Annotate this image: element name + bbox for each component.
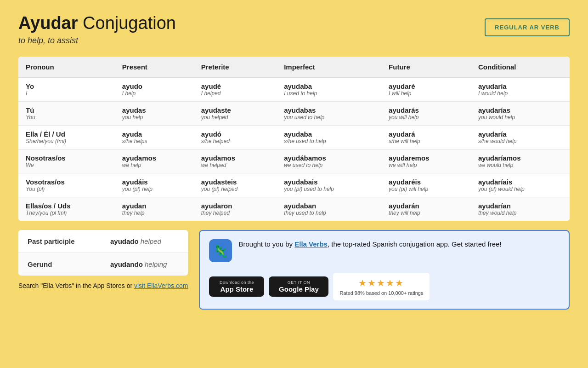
verb-translation: we help bbox=[122, 162, 187, 168]
participle-table: Past participle ayudado helped Gerund ay… bbox=[18, 230, 188, 276]
pronoun-main: Ellas/os / Uds bbox=[26, 202, 107, 210]
table-row: Ella / Él / UdShe/he/you (fml)ayudas/he … bbox=[18, 125, 570, 149]
verb-translation: I used to help bbox=[284, 90, 374, 97]
pronoun-main: Vosotras/os bbox=[26, 178, 107, 186]
past-participle-value: ayudado helped bbox=[101, 230, 188, 253]
verb-cell: ayudasteyou helped bbox=[194, 101, 277, 125]
pronoun-main: Ella / Él / Ud bbox=[26, 130, 107, 138]
gerund-row: Gerund ayudando helping bbox=[18, 253, 188, 276]
verb-form: ayudábamos bbox=[284, 154, 374, 162]
verb-cell: ayudaríamoswe would help bbox=[471, 149, 570, 173]
svg-text:🦎: 🦎 bbox=[213, 244, 228, 259]
verb-translation: you used to help bbox=[284, 114, 374, 121]
page-title: Ayudar Conjugation bbox=[18, 14, 176, 33]
verb-form: ayudarían bbox=[478, 202, 562, 210]
verb-form: ayudas bbox=[122, 106, 187, 114]
verb-translation: you helped bbox=[201, 114, 269, 121]
verb-form: ayudan bbox=[122, 202, 187, 210]
verb-translation: we will help bbox=[389, 162, 464, 168]
verb-translation: we would help bbox=[478, 162, 562, 168]
verb-cell: ayudoI help bbox=[115, 77, 194, 101]
verb-cell: ayudaríaI would help bbox=[471, 77, 570, 101]
verb-translation: s/he would help bbox=[478, 138, 562, 144]
verb-form: ayudarás bbox=[389, 106, 464, 114]
verb-cell: ayudaríasyou would help bbox=[471, 101, 570, 125]
title-block: Ayudar Conjugation to help, to assist bbox=[18, 14, 176, 46]
google-play-button[interactable]: GET IT ON Google Play bbox=[269, 276, 328, 297]
verb-cell: ayudabaisyou (pl) used to help bbox=[277, 173, 381, 197]
verb-cell: ayudéI helped bbox=[194, 77, 277, 101]
col-imperfect: Imperfect bbox=[277, 57, 381, 78]
pronoun-main: Nosotras/os bbox=[26, 154, 107, 162]
table-row: YoIayudoI helpayudéI helpedayudabaI used… bbox=[18, 77, 570, 101]
verb-cell: ayudarías/he would help bbox=[471, 125, 570, 149]
verb-cell: ayudas/he helps bbox=[115, 125, 194, 149]
verb-translation: I will help bbox=[389, 90, 464, 97]
search-bar: Search "Ella Verbs" in the App Stores or… bbox=[18, 282, 188, 289]
verb-cell: ayudabaI used to help bbox=[277, 77, 381, 101]
verb-cell: ayudós/he helped bbox=[194, 125, 277, 149]
app-store-sub: Download on the bbox=[220, 280, 254, 285]
rating-box: ★★★★★ Rated 98% based on 10,000+ ratings bbox=[333, 273, 430, 300]
pronoun-cell: Ella / Él / UdShe/he/you (fml) bbox=[18, 125, 115, 149]
verb-translation: s/he will help bbox=[389, 138, 464, 144]
col-pronoun: Pronoun bbox=[18, 57, 115, 78]
table-row: Ellas/os / UdsThey/you (pl fml)ayudanthe… bbox=[18, 197, 570, 221]
verb-translation: you help bbox=[122, 114, 187, 121]
verb-cell: ayudaríanthey would help bbox=[471, 197, 570, 221]
verb-cell: ayudasteisyou (pl) helped bbox=[194, 173, 277, 197]
verb-translation: they used to help bbox=[284, 210, 374, 216]
verb-form: ayudaría bbox=[478, 130, 562, 138]
col-present: Present bbox=[115, 57, 194, 78]
verb-translation: I would help bbox=[478, 90, 562, 97]
verb-form: ayudasteis bbox=[201, 178, 269, 186]
verb-cell: ayudaránthey will help bbox=[381, 197, 471, 221]
ella-verbs-promo-link[interactable]: Ella Verbs bbox=[294, 240, 328, 248]
verb-cell: ayudaronthey helped bbox=[194, 197, 277, 221]
verb-translation: you (pl) will help bbox=[389, 186, 464, 192]
pronoun-sub: You bbox=[26, 114, 107, 121]
verb-form: ayudaré bbox=[389, 82, 464, 90]
gerund-label: Gerund bbox=[18, 253, 101, 276]
gerund-translation: helping bbox=[145, 260, 167, 268]
pronoun-main: Yo bbox=[26, 82, 107, 90]
verb-translation: they would help bbox=[478, 210, 562, 216]
verb-cell: ayudáisyou (pl) help bbox=[115, 173, 194, 197]
verb-form: ayudará bbox=[389, 130, 464, 138]
pronoun-sub: We bbox=[26, 162, 107, 168]
pronoun-sub: She/he/you (fml) bbox=[26, 138, 107, 144]
pronoun-cell: TúYou bbox=[18, 101, 115, 125]
verb-form: ayudo bbox=[122, 82, 187, 90]
promo-top: 🦎 Brought to you by Ella Verbs, the top-… bbox=[209, 239, 560, 266]
verb-cell: ayudabas/he used to help bbox=[277, 125, 381, 149]
verb-form: ayudaréis bbox=[389, 178, 464, 186]
page-subtitle: to help, to assist bbox=[18, 36, 176, 46]
verb-form: ayudaba bbox=[284, 82, 374, 90]
verb-translation: I helped bbox=[201, 90, 269, 97]
verb-cell: ayudanthey help bbox=[115, 197, 194, 221]
verb-cell: ayudasyou help bbox=[115, 101, 194, 125]
page-header: Ayudar Conjugation to help, to assist RE… bbox=[18, 14, 570, 46]
verb-translation: they help bbox=[122, 210, 187, 216]
verb-form: ayudaron bbox=[201, 202, 269, 210]
past-participle-label: Past participle bbox=[18, 230, 101, 253]
verb-translation: I help bbox=[122, 90, 187, 97]
gerund-verb: ayudando bbox=[110, 260, 143, 268]
ella-verbs-link[interactable]: visit EllaVerbs.com bbox=[134, 282, 188, 289]
promo-buttons: Download on the App Store GET IT ON Goog… bbox=[209, 273, 560, 300]
conjugation-table: Pronoun Present Preterite Imperfect Futu… bbox=[18, 57, 570, 221]
verb-cell: ayudamoswe help bbox=[115, 149, 194, 173]
verb-form: ayudaban bbox=[284, 202, 374, 210]
verb-badge: REGULAR AR VERB bbox=[485, 18, 570, 36]
conjugation-tbody: YoIayudoI helpayudéI helpedayudabaI used… bbox=[18, 77, 570, 221]
verb-form: ayudamos bbox=[122, 154, 187, 162]
verb-translation: you (pl) helped bbox=[201, 186, 269, 192]
star-rating: ★★★★★ bbox=[358, 277, 404, 288]
table-row: Vosotras/osYou (pl)ayudáisyou (pl) helpa… bbox=[18, 173, 570, 197]
conjugation-table-wrapper: Pronoun Present Preterite Imperfect Futu… bbox=[18, 57, 570, 221]
verb-form: ayudáis bbox=[122, 178, 187, 186]
pronoun-cell: Ellas/os / UdsThey/you (pl fml) bbox=[18, 197, 115, 221]
app-store-button[interactable]: Download on the App Store bbox=[209, 276, 264, 297]
pronoun-main: Tú bbox=[26, 106, 107, 114]
participle-table-wrapper: Past participle ayudado helped Gerund ay… bbox=[18, 230, 188, 276]
